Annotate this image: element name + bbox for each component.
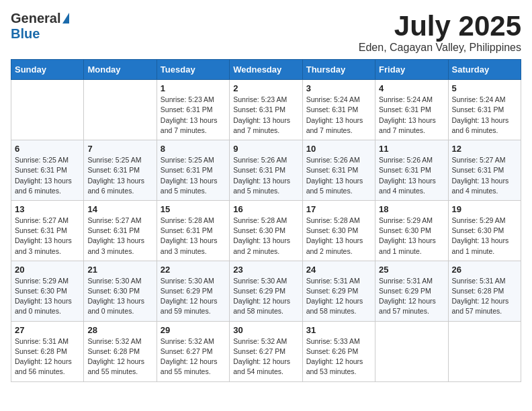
calendar-cell: 29Sunrise: 5:32 AM Sunset: 6:27 PM Dayli… (157, 321, 229, 381)
day-content: Sunrise: 5:24 AM Sunset: 6:31 PM Dayligh… (379, 95, 444, 136)
calendar-cell: 8Sunrise: 5:25 AM Sunset: 6:31 PM Daylig… (157, 140, 229, 201)
calendar-cell: 15Sunrise: 5:28 AM Sunset: 6:31 PM Dayli… (157, 200, 229, 261)
day-content: Sunrise: 5:31 AM Sunset: 6:28 PM Dayligh… (452, 276, 517, 317)
calendar-cell: 18Sunrise: 5:29 AM Sunset: 6:30 PM Dayli… (375, 200, 448, 261)
calendar-cell (84, 80, 157, 140)
day-content: Sunrise: 5:25 AM Sunset: 6:31 PM Dayligh… (15, 155, 80, 196)
title-block: July 2025 Eden, Cagayan Valley, Philippi… (359, 11, 521, 54)
day-number: 27 (15, 325, 80, 335)
calendar-cell: 4Sunrise: 5:24 AM Sunset: 6:31 PM Daylig… (375, 80, 448, 140)
calendar-cell: 23Sunrise: 5:30 AM Sunset: 6:29 PM Dayli… (230, 261, 302, 321)
day-content: Sunrise: 5:23 AM Sunset: 6:31 PM Dayligh… (233, 95, 298, 136)
logo-triangle-icon (62, 13, 69, 24)
day-number: 24 (306, 265, 371, 275)
day-number: 2 (233, 83, 298, 93)
page-header: General Blue July 2025 Eden, Cagayan Val… (11, 11, 521, 54)
header-day-thursday: Thursday (302, 60, 375, 80)
calendar-cell: 26Sunrise: 5:31 AM Sunset: 6:28 PM Dayli… (448, 261, 521, 321)
day-number: 20 (15, 265, 80, 275)
day-content: Sunrise: 5:28 AM Sunset: 6:31 PM Dayligh… (161, 216, 226, 257)
day-number: 14 (87, 204, 152, 214)
calendar-cell: 24Sunrise: 5:31 AM Sunset: 6:29 PM Dayli… (302, 261, 375, 321)
header-day-friday: Friday (375, 60, 448, 80)
day-content: Sunrise: 5:30 AM Sunset: 6:29 PM Dayligh… (161, 276, 226, 317)
calendar-cell: 13Sunrise: 5:27 AM Sunset: 6:31 PM Dayli… (11, 200, 84, 261)
day-content: Sunrise: 5:29 AM Sunset: 6:30 PM Dayligh… (452, 216, 517, 257)
day-number: 15 (161, 204, 226, 214)
calendar-cell: 17Sunrise: 5:28 AM Sunset: 6:30 PM Dayli… (302, 200, 375, 261)
day-number: 12 (452, 144, 517, 154)
day-number: 7 (87, 144, 152, 154)
day-content: Sunrise: 5:27 AM Sunset: 6:31 PM Dayligh… (87, 216, 152, 257)
day-number: 30 (233, 325, 298, 335)
day-number: 16 (233, 204, 298, 214)
calendar-cell: 21Sunrise: 5:30 AM Sunset: 6:30 PM Dayli… (84, 261, 157, 321)
calendar-table: SundayMondayTuesdayWednesdayThursdayFrid… (11, 59, 521, 381)
calendar-cell: 12Sunrise: 5:27 AM Sunset: 6:31 PM Dayli… (448, 140, 521, 201)
calendar-cell: 16Sunrise: 5:28 AM Sunset: 6:30 PM Dayli… (230, 200, 302, 261)
header-day-tuesday: Tuesday (157, 60, 229, 80)
day-content: Sunrise: 5:28 AM Sunset: 6:30 PM Dayligh… (233, 216, 298, 257)
day-number: 18 (379, 204, 444, 214)
calendar-cell (11, 80, 84, 140)
day-content: Sunrise: 5:32 AM Sunset: 6:27 PM Dayligh… (233, 336, 298, 377)
day-number: 23 (233, 265, 298, 275)
day-number: 13 (15, 204, 80, 214)
calendar-cell: 11Sunrise: 5:26 AM Sunset: 6:31 PM Dayli… (375, 140, 448, 201)
calendar-cell: 28Sunrise: 5:32 AM Sunset: 6:28 PM Dayli… (84, 321, 157, 381)
day-content: Sunrise: 5:33 AM Sunset: 6:26 PM Dayligh… (306, 336, 371, 377)
logo-blue: Blue (11, 26, 40, 42)
day-number: 10 (306, 144, 371, 154)
calendar-cell: 3Sunrise: 5:24 AM Sunset: 6:31 PM Daylig… (302, 80, 375, 140)
day-number: 5 (452, 83, 517, 93)
day-content: Sunrise: 5:26 AM Sunset: 6:31 PM Dayligh… (379, 155, 444, 196)
day-number: 19 (452, 204, 517, 214)
calendar-cell: 6Sunrise: 5:25 AM Sunset: 6:31 PM Daylig… (11, 140, 84, 201)
calendar-cell (375, 321, 448, 381)
week-row-2: 13Sunrise: 5:27 AM Sunset: 6:31 PM Dayli… (11, 200, 521, 261)
week-row-3: 20Sunrise: 5:29 AM Sunset: 6:30 PM Dayli… (11, 261, 521, 321)
calendar-cell: 14Sunrise: 5:27 AM Sunset: 6:31 PM Dayli… (84, 200, 157, 261)
header-day-monday: Monday (84, 60, 157, 80)
day-content: Sunrise: 5:27 AM Sunset: 6:31 PM Dayligh… (452, 155, 517, 196)
day-content: Sunrise: 5:26 AM Sunset: 6:31 PM Dayligh… (233, 155, 298, 196)
day-number: 8 (161, 144, 226, 154)
day-content: Sunrise: 5:26 AM Sunset: 6:31 PM Dayligh… (306, 155, 371, 196)
calendar-cell: 19Sunrise: 5:29 AM Sunset: 6:30 PM Dayli… (448, 200, 521, 261)
calendar-cell (448, 321, 521, 381)
month-title: July 2025 (359, 11, 521, 42)
week-row-1: 6Sunrise: 5:25 AM Sunset: 6:31 PM Daylig… (11, 140, 521, 201)
day-content: Sunrise: 5:24 AM Sunset: 6:31 PM Dayligh… (452, 95, 517, 136)
day-content: Sunrise: 5:29 AM Sunset: 6:30 PM Dayligh… (15, 276, 80, 317)
day-number: 28 (87, 325, 152, 335)
calendar-cell: 9Sunrise: 5:26 AM Sunset: 6:31 PM Daylig… (230, 140, 302, 201)
day-number: 6 (15, 144, 80, 154)
logo-general: General (11, 11, 60, 26)
day-content: Sunrise: 5:28 AM Sunset: 6:30 PM Dayligh… (306, 216, 371, 257)
day-number: 1 (161, 83, 226, 93)
calendar-cell: 5Sunrise: 5:24 AM Sunset: 6:31 PM Daylig… (448, 80, 521, 140)
day-number: 4 (379, 83, 444, 93)
day-content: Sunrise: 5:30 AM Sunset: 6:29 PM Dayligh… (233, 276, 298, 317)
header-day-wednesday: Wednesday (230, 60, 302, 80)
calendar-body: 1Sunrise: 5:23 AM Sunset: 6:31 PM Daylig… (11, 80, 521, 381)
calendar-cell: 20Sunrise: 5:29 AM Sunset: 6:30 PM Dayli… (11, 261, 84, 321)
day-content: Sunrise: 5:31 AM Sunset: 6:29 PM Dayligh… (379, 276, 444, 317)
day-content: Sunrise: 5:31 AM Sunset: 6:28 PM Dayligh… (15, 336, 80, 377)
day-number: 31 (306, 325, 371, 335)
calendar-cell: 1Sunrise: 5:23 AM Sunset: 6:31 PM Daylig… (157, 80, 229, 140)
day-number: 17 (306, 204, 371, 214)
calendar-cell: 31Sunrise: 5:33 AM Sunset: 6:26 PM Dayli… (302, 321, 375, 381)
day-content: Sunrise: 5:23 AM Sunset: 6:31 PM Dayligh… (161, 95, 226, 136)
day-number: 25 (379, 265, 444, 275)
day-content: Sunrise: 5:27 AM Sunset: 6:31 PM Dayligh… (15, 216, 80, 257)
day-number: 9 (233, 144, 298, 154)
week-row-4: 27Sunrise: 5:31 AM Sunset: 6:28 PM Dayli… (11, 321, 521, 381)
day-number: 3 (306, 83, 371, 93)
day-number: 29 (161, 325, 226, 335)
day-number: 26 (452, 265, 517, 275)
day-number: 11 (379, 144, 444, 154)
header-day-sunday: Sunday (11, 60, 84, 80)
calendar-cell: 2Sunrise: 5:23 AM Sunset: 6:31 PM Daylig… (230, 80, 302, 140)
day-content: Sunrise: 5:25 AM Sunset: 6:31 PM Dayligh… (161, 155, 226, 196)
